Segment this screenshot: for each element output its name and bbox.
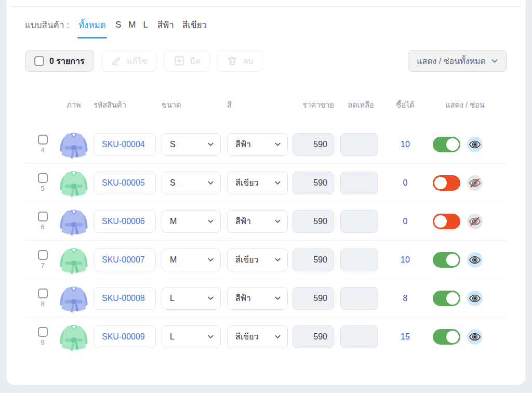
- sku-field[interactable]: SKU-00009: [94, 325, 156, 348]
- color-select-value: สีเขียว: [235, 330, 259, 343]
- size-select-value: S: [170, 140, 176, 149]
- bill-button-label: บิล: [190, 55, 201, 68]
- toggle-knob: [434, 215, 447, 228]
- discount-input[interactable]: [340, 325, 378, 348]
- product-variants-panel: แบบสินค้า : แบบสินค้า : ทั้งหมด S M L สี…: [6, 0, 526, 385]
- discount-input[interactable]: [340, 133, 378, 156]
- tab-color-green[interactable]: สีเขียว: [182, 18, 207, 32]
- eye-icon: [469, 138, 481, 151]
- header-color: สี: [227, 99, 292, 111]
- size-select[interactable]: S: [162, 133, 221, 156]
- sku-field[interactable]: SKU-00004: [94, 133, 156, 156]
- row-checkbox[interactable]: [38, 327, 48, 337]
- delete-button-label: ลบ: [243, 55, 254, 68]
- color-select[interactable]: สีเขียว: [227, 172, 288, 194]
- price-input[interactable]: [292, 172, 334, 194]
- visibility-toggle[interactable]: [433, 137, 460, 152]
- row-checkbox[interactable]: [38, 212, 48, 221]
- chevron-down-icon: [274, 295, 281, 302]
- color-select[interactable]: สีเขียว: [227, 248, 288, 271]
- price-input[interactable]: [292, 210, 334, 233]
- size-select[interactable]: L: [162, 325, 221, 348]
- product-image: [57, 166, 90, 200]
- row-index: 6: [41, 223, 44, 231]
- tab-size-m[interactable]: M: [128, 20, 136, 30]
- sku-field[interactable]: SKU-00008: [94, 287, 156, 310]
- color-select[interactable]: สีฟ้า: [227, 210, 288, 233]
- toggle-knob: [434, 177, 447, 189]
- toggle-knob: [446, 331, 459, 343]
- discount-input[interactable]: [340, 248, 378, 271]
- visibility-toggle[interactable]: [433, 329, 460, 345]
- chevron-down-icon: [274, 141, 281, 148]
- discount-input[interactable]: [340, 172, 378, 194]
- stock-available: 15: [384, 332, 426, 342]
- size-select[interactable]: S: [162, 172, 221, 194]
- sku-field[interactable]: SKU-00005: [94, 172, 156, 194]
- header-price: ราคาขาย: [292, 99, 340, 111]
- toolbar: 0 รายการ แก้ไข บิล: [25, 50, 507, 72]
- filter-label-text: แบบสินค้า :: [25, 18, 69, 32]
- price-input[interactable]: [292, 287, 334, 310]
- select-all-checkbox[interactable]: [34, 56, 44, 66]
- eye-indicator[interactable]: [467, 329, 483, 345]
- price-input[interactable]: [292, 248, 334, 271]
- color-select[interactable]: สีฟ้า: [227, 133, 288, 156]
- header-discount: ลดเหลือ: [340, 99, 384, 111]
- row-checkbox[interactable]: [38, 289, 48, 298]
- size-select[interactable]: M: [162, 210, 221, 233]
- row-checkbox[interactable]: [38, 250, 48, 260]
- sku-field[interactable]: SKU-00006: [94, 210, 156, 233]
- selection-count-button[interactable]: 0 รายการ: [25, 50, 94, 72]
- size-select[interactable]: M: [162, 248, 221, 271]
- table-row: 4 SKU-00004 S: [25, 125, 507, 163]
- stock-available: 10: [384, 140, 426, 149]
- row-checkbox[interactable]: [38, 135, 48, 145]
- product-image: [57, 243, 90, 277]
- eye-indicator[interactable]: [467, 137, 483, 152]
- trash-icon: [227, 55, 238, 67]
- chevron-down-icon: [207, 333, 214, 340]
- edit-button[interactable]: แก้ไข: [101, 50, 157, 72]
- visibility-toggle[interactable]: [433, 175, 460, 191]
- product-image: [57, 205, 90, 238]
- chevron-down-icon: [274, 179, 281, 186]
- delete-button[interactable]: ลบ: [217, 50, 263, 72]
- tab-size-s[interactable]: S: [115, 20, 121, 30]
- tab-color-blue[interactable]: สีฟ้า: [157, 18, 174, 32]
- discount-input[interactable]: [340, 210, 378, 233]
- header-sku: รหัสสินค้า: [94, 99, 162, 111]
- eye-indicator[interactable]: [467, 252, 483, 268]
- row-index: 4: [41, 146, 44, 154]
- toggle-knob: [446, 138, 459, 151]
- selection-count-label: 0 รายการ: [49, 55, 85, 68]
- chevron-down-icon: [207, 295, 214, 302]
- row-checkbox[interactable]: [38, 173, 48, 183]
- eye-indicator[interactable]: [467, 291, 483, 306]
- visibility-toggle[interactable]: [433, 291, 460, 306]
- eye-indicator[interactable]: [467, 175, 483, 191]
- color-select[interactable]: สีเขียว: [227, 325, 288, 348]
- bill-button[interactable]: บิล: [164, 50, 210, 72]
- chevron-down-icon: [274, 218, 281, 225]
- eye-indicator[interactable]: [467, 214, 483, 229]
- tab-all[interactable]: ทั้งหมด: [78, 18, 106, 32]
- sku-field[interactable]: SKU-00007: [94, 248, 156, 271]
- table-row: 6 SKU-00006 M: [25, 202, 507, 240]
- color-select[interactable]: สีฟ้า: [227, 287, 288, 310]
- table-row: 8 SKU-00008 L: [25, 279, 507, 317]
- price-input[interactable]: [292, 133, 334, 156]
- table-header: ภาพ รหัสสินค้า ขนาด สี ราคาขาย ลดเหลือ ซ…: [25, 72, 507, 125]
- show-hide-all-dropdown[interactable]: แสดง / ซ่อนทั้งหมด: [408, 50, 507, 72]
- product-image: [57, 282, 90, 315]
- size-select-value: M: [170, 255, 177, 265]
- discount-input[interactable]: [340, 287, 378, 310]
- visibility-toggle[interactable]: [433, 252, 460, 268]
- price-input[interactable]: [292, 325, 334, 348]
- size-select[interactable]: L: [162, 287, 221, 310]
- color-select-value: สีเขียว: [235, 253, 259, 266]
- table-body: 4 SKU-00004 S: [25, 125, 507, 356]
- visibility-toggle[interactable]: [433, 214, 460, 229]
- tab-size-l[interactable]: L: [143, 20, 148, 30]
- chevron-down-icon: [274, 256, 281, 263]
